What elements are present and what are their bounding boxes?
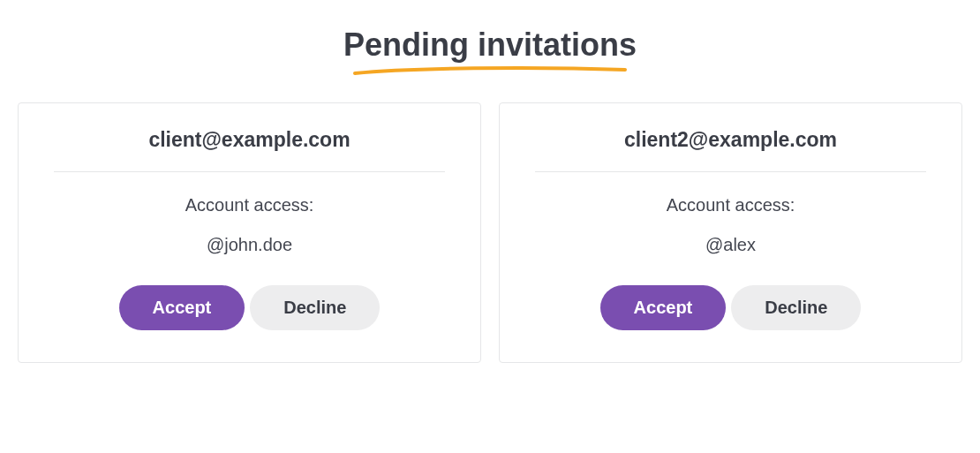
- decline-button[interactable]: Decline: [731, 285, 861, 330]
- decline-button[interactable]: Decline: [250, 285, 380, 330]
- accept-button[interactable]: Accept: [600, 285, 727, 330]
- button-row: Accept Decline: [54, 285, 445, 330]
- invitation-card: client2@example.com Account access: @ale…: [499, 102, 962, 363]
- access-label: Account access:: [54, 195, 445, 215]
- invitation-card: client@example.com Account access: @john…: [18, 102, 481, 363]
- button-row: Accept Decline: [535, 285, 926, 330]
- invitations-list: client@example.com Account access: @john…: [18, 102, 962, 363]
- divider: [535, 171, 926, 172]
- title-underline-icon: [353, 65, 627, 76]
- divider: [54, 171, 445, 172]
- accept-button[interactable]: Accept: [119, 285, 245, 330]
- access-label: Account access:: [535, 195, 926, 215]
- page-title-wrapper: Pending invitations: [18, 26, 962, 76]
- page-title: Pending invitations: [343, 26, 637, 64]
- account-handle: @alex: [535, 235, 926, 255]
- account-handle: @john.doe: [54, 235, 445, 255]
- invitation-email: client2@example.com: [535, 128, 926, 152]
- invitation-email: client@example.com: [54, 128, 445, 152]
